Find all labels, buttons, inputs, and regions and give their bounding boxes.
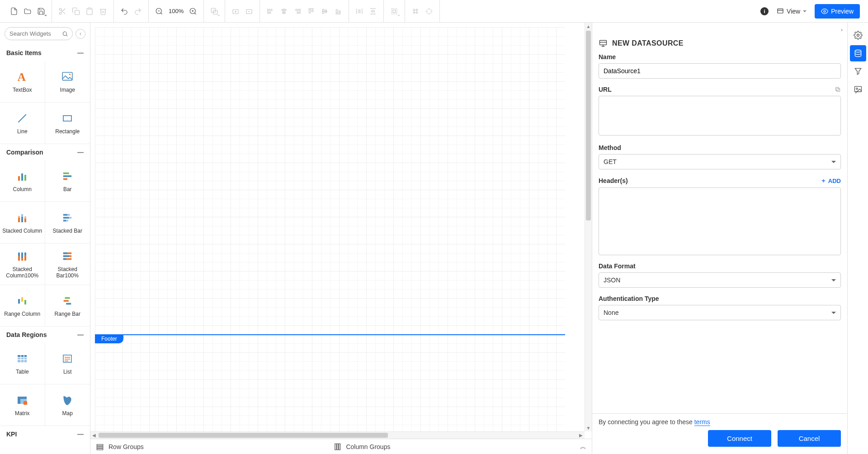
widget-rectangle[interactable]: Rectangle [45, 103, 90, 144]
svg-rect-89 [24, 253, 26, 255]
copy-button[interactable] [69, 5, 83, 18]
zoom-out-button[interactable] [152, 5, 166, 18]
preview-button[interactable]: Preview [815, 4, 860, 19]
new-file-button[interactable] [7, 5, 21, 18]
svg-rect-121 [339, 444, 340, 450]
redo-button[interactable] [131, 5, 145, 18]
widget-textbox[interactable]: A TextBox [0, 61, 45, 103]
svg-rect-101 [66, 303, 71, 304]
footer-tag[interactable]: Footer [95, 334, 123, 343]
snap-grid-button[interactable] [409, 5, 422, 18]
scrollbar-vertical[interactable]: ▲ ▼ [585, 23, 592, 431]
add-header-button[interactable]: ＋ ADD [821, 177, 841, 185]
paste-button[interactable] [83, 5, 96, 18]
svg-point-59 [63, 32, 66, 35]
svg-line-11 [195, 13, 196, 14]
widget-bar[interactable]: Bar [45, 160, 90, 202]
copy-icon[interactable] [835, 86, 841, 93]
align-center-button[interactable] [277, 5, 291, 18]
auth-type-select[interactable]: None [599, 305, 841, 320]
align-left-button[interactable] [264, 5, 277, 18]
widget-matrix[interactable]: Matrix [0, 384, 45, 426]
view-menu-button[interactable]: View [773, 5, 810, 18]
scrollbar-horizontal[interactable]: ◀ ▶ [90, 431, 585, 439]
snap-shape-button[interactable] [422, 5, 436, 18]
svg-rect-70 [63, 175, 71, 177]
url-textarea[interactable] [599, 96, 841, 136]
svg-rect-44 [372, 10, 374, 12]
section-comparison[interactable]: Comparison — [0, 144, 90, 160]
svg-point-0 [59, 8, 61, 10]
widget-map[interactable]: Map [45, 384, 90, 426]
rail-parameters-button[interactable] [850, 63, 866, 80]
svg-rect-22 [269, 9, 273, 10]
svg-rect-95 [63, 258, 66, 260]
svg-rect-79 [67, 214, 70, 215]
cancel-button[interactable]: Cancel [778, 430, 841, 447]
minus-icon: — [77, 431, 84, 437]
undo-button[interactable] [118, 5, 131, 18]
order-button[interactable] [208, 5, 221, 18]
connect-button[interactable]: Connect [708, 430, 771, 447]
groups-collapse-icon[interactable]: ︽ [580, 443, 586, 451]
widget-stacked-bar-100[interactable]: Stacked Bar100% [45, 243, 90, 285]
zoom-in-button[interactable] [186, 5, 200, 18]
svg-rect-5 [75, 10, 80, 14]
rail-properties-button[interactable] [850, 27, 866, 43]
svg-rect-99 [65, 297, 70, 299]
distribute-h-button[interactable] [353, 5, 366, 18]
widget-line[interactable]: Line [0, 103, 45, 144]
widget-stacked-column[interactable]: Stacked Column [0, 202, 45, 243]
canvas-scroll[interactable]: Footer ▲ ▼ ◀ ▶ [90, 23, 592, 439]
rail-data-button[interactable] [850, 45, 866, 61]
distribute-v-button[interactable] [366, 5, 380, 18]
section-data-regions[interactable]: Data Regions — [0, 327, 90, 343]
terms-link[interactable]: terms [694, 418, 710, 426]
align-top-button[interactable] [304, 5, 318, 18]
open-folder-button[interactable] [21, 5, 34, 18]
widget-table[interactable]: Table [0, 343, 45, 384]
top-toolbar: 100% i [0, 0, 868, 23]
widget-stacked-bar[interactable]: Stacked Bar [45, 202, 90, 243]
design-canvas[interactable] [95, 27, 565, 434]
svg-rect-116 [97, 444, 103, 445]
align-bottom-button[interactable] [331, 5, 345, 18]
size-increase-button[interactable] [229, 5, 242, 18]
save-button[interactable] [34, 5, 48, 18]
section-kpi[interactable]: KPI — [0, 426, 90, 442]
svg-rect-72 [18, 218, 20, 222]
terms-text: By connecting you agree to these terms [599, 418, 841, 426]
headers-box[interactable] [599, 187, 841, 255]
cut-button[interactable] [56, 5, 69, 18]
breadcrumb-forward-icon[interactable]: › [841, 26, 843, 33]
widget-list[interactable]: List [45, 343, 90, 384]
rail-image-manager-button[interactable] [850, 81, 866, 98]
widget-image[interactable]: Image [45, 61, 90, 103]
column-groups-label[interactable]: Column Groups [346, 443, 390, 450]
row-groups-icon [96, 443, 104, 451]
widget-stacked-column-100[interactable]: Stacked Column100% [0, 243, 45, 285]
widget-column[interactable]: Column [0, 160, 45, 202]
section-basic-items[interactable]: Basic Items — [0, 45, 90, 61]
data-format-select[interactable]: JSON [599, 272, 841, 288]
svg-rect-32 [312, 9, 313, 12]
sidebar-collapse-button[interactable] [75, 29, 85, 39]
info-icon[interactable]: i [760, 7, 769, 15]
size-decrease-button[interactable] [242, 5, 256, 18]
svg-rect-114 [18, 397, 27, 399]
name-input[interactable] [599, 63, 841, 79]
group-button[interactable] [387, 5, 401, 18]
method-select[interactable]: GET [599, 154, 841, 169]
svg-rect-41 [359, 10, 360, 13]
svg-line-60 [66, 35, 68, 36]
svg-rect-126 [837, 89, 840, 92]
row-groups-label[interactable]: Row Groups [108, 443, 144, 450]
widget-range-bar[interactable]: Range Bar [45, 285, 90, 327]
delete-button[interactable] [96, 5, 110, 18]
footer-divider[interactable] [95, 334, 565, 335]
widget-range-column[interactable]: Range Column [0, 285, 45, 327]
align-middle-button[interactable] [318, 5, 331, 18]
svg-rect-28 [296, 9, 300, 10]
svg-rect-73 [18, 216, 20, 218]
align-right-button[interactable] [291, 5, 304, 18]
